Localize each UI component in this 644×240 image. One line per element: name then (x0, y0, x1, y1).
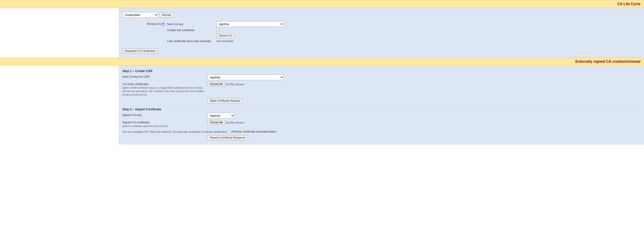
step-separator (122, 105, 640, 106)
next-ca-key-label: Next CA key (167, 22, 216, 26)
make-csr-spacer (122, 98, 208, 99)
renew-ca-label: Renew CA (147, 22, 161, 25)
ext-signed-right: Step 1 – Create CSR Next CA key for CSR … (119, 66, 644, 145)
create-link-cert-label: Create link certificate (167, 28, 216, 32)
csr-key-select[interactable]: signKey (208, 75, 284, 80)
rollover-row: You can configure the "Roll Over Service… (122, 130, 640, 133)
rollover-checkbox-row: Rollover certificate (activated later) (227, 130, 276, 133)
make-csr-btn-wrap: Make Certificate Request (208, 98, 640, 103)
republish-row: Republish CA Certificates (122, 47, 640, 55)
ca-lifecycle-content: Unspecified keyCompromise caCompromise a… (0, 8, 644, 57)
ca-lifecycle-title: CA Life Cycle (4, 2, 640, 6)
renew-content: Next CA key signKey Create link certific… (167, 21, 640, 44)
receive-cert-button[interactable]: Receive Certificate Response (208, 135, 248, 140)
create-link-cert-checkbox[interactable] (216, 28, 219, 31)
signed-ca-cert-value: Choose file No file chosen (208, 120, 640, 125)
ca-chain-file-wrapper: Choose file No file chosen (208, 82, 244, 86)
create-link-cert-row: Create link certificate (167, 28, 640, 32)
renew-ca-button-row: Renew CA (167, 33, 640, 38)
ca-chain-label-col: CA chain certificates (path to PEM certi… (122, 82, 208, 96)
spacer1 (122, 44, 640, 47)
csr-key-value: signKey (208, 75, 640, 80)
next-ca-key-value: signKey (216, 21, 640, 27)
signed-ca-cert-label: Signed CA certificate (122, 121, 208, 124)
ca-chain-row: CA chain certificates (path to PEM certi… (122, 82, 640, 96)
signed-ca-cert-row: Signed CA certificate (path to certifica… (122, 120, 640, 128)
create-link-cert-value (216, 28, 640, 32)
rollover-label: Rollover certificate (activated later) (232, 130, 276, 133)
make-csr-button[interactable]: Make Certificate Request (208, 98, 243, 103)
next-ca-key-row: Next CA key signKey (167, 21, 640, 27)
csr-key-row: Next CA key for CSR signKey (122, 75, 640, 80)
signed-ca-cert-label-col: Signed CA certificate (path to certifica… (122, 120, 208, 128)
ca-chain-label: CA chain certificates (122, 82, 208, 86)
step1-title: Step 1 – Create CSR (122, 69, 640, 73)
link-cert-label: Link certificate (from last renewal) (167, 39, 216, 43)
ca-chain-no-file: No file chosen (226, 83, 244, 86)
revoke-row: Unspecified keyCompromise caCompromise a… (122, 10, 640, 19)
ca-chain-value: Choose file No file chosen (208, 82, 640, 86)
signed-ca-key-row: Signed CA key signKey (122, 113, 640, 118)
signed-ca-cert-choose-file-btn[interactable]: Choose file (208, 120, 225, 125)
signed-ca-cert-file-wrapper: Choose file No file chosen (208, 120, 244, 125)
ext-signed-title: Externally signed CA creation/renewal (4, 59, 640, 64)
link-cert-value: Not available (216, 39, 640, 43)
renew-ca-help[interactable]: [?] (162, 22, 164, 25)
next-ca-key-select[interactable]: signKey (216, 21, 284, 27)
link-cert-row: Link certificate (from last renewal) Not… (167, 39, 640, 43)
renew-ca-label-col: Renew CA [?] (122, 21, 167, 25)
ca-lifecycle-left (0, 8, 119, 57)
make-csr-row: Make Certificate Request (122, 98, 640, 103)
receive-cert-btn-wrap: Receive Certificate Response (208, 135, 640, 140)
renew-ca-button-wrap: Renew CA (216, 33, 640, 38)
signed-ca-cert-sub: (path to certificate signed by external … (122, 124, 205, 128)
renew-ca-button[interactable]: Renew CA (216, 33, 234, 38)
signed-ca-cert-no-file: No file chosen (226, 121, 244, 124)
step2-title: Step 2 – Import Certificate (122, 107, 640, 111)
ca-lifecycle-right: Unspecified keyCompromise caCompromise a… (119, 8, 644, 57)
signed-ca-key-value: signKey (208, 113, 640, 118)
receive-cert-spacer (122, 135, 208, 136)
renew-ca-row: Renew CA [?] Next CA key signKey (122, 21, 640, 44)
ext-signed-content: Step 1 – Create CSR Next CA key for CSR … (0, 66, 644, 145)
csr-key-label: Next CA key for CSR (122, 75, 208, 78)
ca-lifecycle-header: CA Life Cycle (0, 0, 644, 8)
ca-chain-sub: (path to PEM certificate chain or a sing… (122, 86, 205, 96)
republish-button[interactable]: Republish CA Certificates (122, 49, 158, 53)
ext-signed-left (0, 66, 119, 145)
signed-ca-key-label: Signed CA key (122, 113, 208, 117)
revoke-select[interactable]: Unspecified keyCompromise caCompromise a… (122, 12, 158, 18)
ext-signed-header: Externally signed CA creation/renewal (0, 57, 644, 66)
ca-chain-choose-file-btn[interactable]: Choose file (208, 82, 225, 86)
revoke-button[interactable]: Revoke (160, 12, 174, 17)
rollover-note: You can configure the "Roll Over Service… (122, 130, 227, 133)
rollover-checkbox[interactable] (227, 130, 230, 133)
rollover-value: Rollover certificate (activated later) (227, 130, 640, 133)
receive-cert-row: Receive Certificate Response (122, 135, 640, 140)
link-cert-not-available: Not available (216, 39, 233, 43)
signed-ca-key-select[interactable]: signKey (208, 113, 234, 118)
page-wrapper: CA Life Cycle Unspecified keyCompromise … (0, 0, 644, 240)
